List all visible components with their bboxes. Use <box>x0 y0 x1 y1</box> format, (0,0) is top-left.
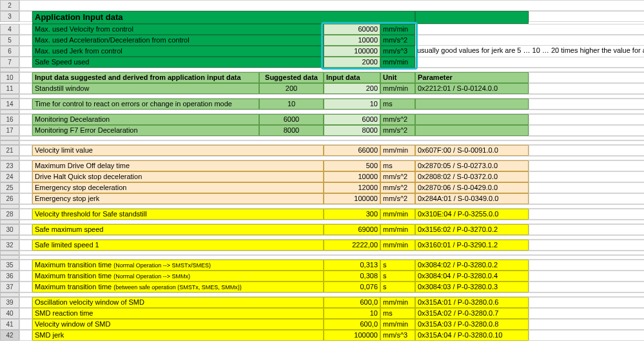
empty-cell[interactable] <box>19 193 32 204</box>
empty-cell[interactable] <box>19 330 32 341</box>
empty-cell[interactable] <box>19 156 644 160</box>
param-input[interactable]: 0,308 <box>324 271 380 281</box>
row-header[interactable]: 16 <box>0 114 19 125</box>
param-input[interactable]: 600,0 <box>324 297 380 308</box>
empty-cell[interactable] <box>529 319 644 330</box>
app-input-value[interactable]: 2000 <box>324 57 380 68</box>
row-header[interactable]: 37 <box>0 281 19 292</box>
empty-cell[interactable] <box>415 35 644 46</box>
param-input[interactable]: 2222,00 <box>324 240 380 251</box>
empty-cell[interactable] <box>529 72 644 83</box>
app-input-value[interactable]: 10000 <box>324 35 380 46</box>
row-header[interactable]: 14 <box>0 99 19 110</box>
empty-cell[interactable] <box>19 319 32 330</box>
row-header[interactable] <box>0 156 19 160</box>
row-header[interactable] <box>0 220 19 224</box>
empty-cell[interactable] <box>19 110 644 114</box>
empty-cell[interactable] <box>19 0 644 11</box>
empty-cell[interactable] <box>19 94 644 99</box>
empty-cell[interactable] <box>19 99 32 110</box>
param-input[interactable]: 0,313 <box>324 260 380 271</box>
empty-cell[interactable] <box>19 204 644 209</box>
app-input-value[interactable]: 60000 <box>324 24 380 35</box>
empty-cell[interactable] <box>19 251 644 255</box>
empty-cell[interactable] <box>19 260 32 271</box>
row-header[interactable] <box>0 251 19 255</box>
empty-cell[interactable] <box>415 24 644 35</box>
empty-cell[interactable] <box>529 271 644 281</box>
empty-cell[interactable] <box>19 57 32 68</box>
derived-input[interactable]: 8000 <box>324 125 380 136</box>
empty-cell[interactable] <box>19 114 32 125</box>
app-input-value[interactable]: 100000 <box>324 46 380 57</box>
row-header[interactable]: 25 <box>0 182 19 193</box>
row-header[interactable]: 7 <box>0 57 19 68</box>
row-header[interactable]: 3 <box>0 11 19 22</box>
empty-cell[interactable] <box>19 292 644 297</box>
empty-cell[interactable] <box>19 240 32 251</box>
row-header[interactable] <box>0 204 19 209</box>
row-header[interactable]: 36 <box>0 271 19 281</box>
empty-cell[interactable] <box>529 308 644 319</box>
param-input[interactable]: 500 <box>324 160 380 171</box>
derived-input[interactable]: 6000 <box>324 114 380 125</box>
empty-cell[interactable] <box>19 72 32 83</box>
row-header[interactable] <box>0 235 19 240</box>
derived-input[interactable]: 200 <box>324 83 380 94</box>
empty-cell[interactable] <box>19 140 644 145</box>
row-header[interactable]: 2 <box>0 0 19 11</box>
empty-cell[interactable] <box>19 171 32 182</box>
row-header[interactable]: 42 <box>0 330 19 341</box>
empty-cell[interactable] <box>529 114 644 125</box>
row-header[interactable] <box>0 110 19 114</box>
row-header[interactable] <box>0 136 19 140</box>
param-input[interactable]: 100000 <box>324 193 380 204</box>
empty-cell[interactable] <box>415 57 644 68</box>
empty-cell[interactable] <box>19 35 32 46</box>
empty-cell[interactable] <box>19 83 32 94</box>
row-header[interactable]: 10 <box>0 72 19 83</box>
param-input[interactable]: 0,076 <box>324 281 380 292</box>
empty-cell[interactable] <box>19 220 644 224</box>
empty-cell[interactable] <box>19 224 32 235</box>
row-header[interactable]: 30 <box>0 224 19 235</box>
empty-cell[interactable] <box>529 240 644 251</box>
row-header[interactable]: 28 <box>0 209 19 220</box>
empty-cell[interactable] <box>19 235 644 240</box>
empty-cell[interactable] <box>529 171 644 182</box>
row-header[interactable]: 39 <box>0 297 19 308</box>
row-header[interactable]: 26 <box>0 193 19 204</box>
empty-cell[interactable] <box>529 160 644 171</box>
row-header[interactable]: 11 <box>0 83 19 94</box>
empty-cell[interactable] <box>529 193 644 204</box>
row-header[interactable]: 23 <box>0 160 19 171</box>
row-header[interactable]: 35 <box>0 260 19 271</box>
param-input[interactable]: 10 <box>324 308 380 319</box>
empty-cell[interactable] <box>19 308 32 319</box>
empty-cell[interactable] <box>529 83 644 94</box>
empty-cell[interactable] <box>19 11 32 22</box>
row-header[interactable] <box>0 140 19 145</box>
empty-cell[interactable] <box>19 297 32 308</box>
derived-input[interactable]: 10 <box>324 99 380 110</box>
row-header[interactable]: 40 <box>0 308 19 319</box>
empty-cell[interactable] <box>529 145 644 156</box>
empty-cell[interactable] <box>529 209 644 220</box>
row-header[interactable] <box>0 292 19 297</box>
empty-cell[interactable] <box>529 330 644 341</box>
empty-cell[interactable] <box>19 255 644 260</box>
row-header[interactable]: 5 <box>0 35 19 46</box>
row-header[interactable]: 6 <box>0 46 19 57</box>
row-header[interactable]: 24 <box>0 171 19 182</box>
param-input[interactable]: 12000 <box>324 182 380 193</box>
empty-cell[interactable] <box>19 271 32 281</box>
empty-cell[interactable] <box>19 145 32 156</box>
param-input[interactable]: 10000 <box>324 171 380 182</box>
row-header[interactable] <box>0 94 19 99</box>
param-input[interactable]: 69000 <box>324 224 380 235</box>
empty-cell[interactable] <box>529 281 644 292</box>
param-input[interactable]: 300 <box>324 209 380 220</box>
empty-cell[interactable] <box>529 125 644 136</box>
row-header[interactable] <box>0 255 19 260</box>
empty-cell[interactable] <box>19 281 32 292</box>
